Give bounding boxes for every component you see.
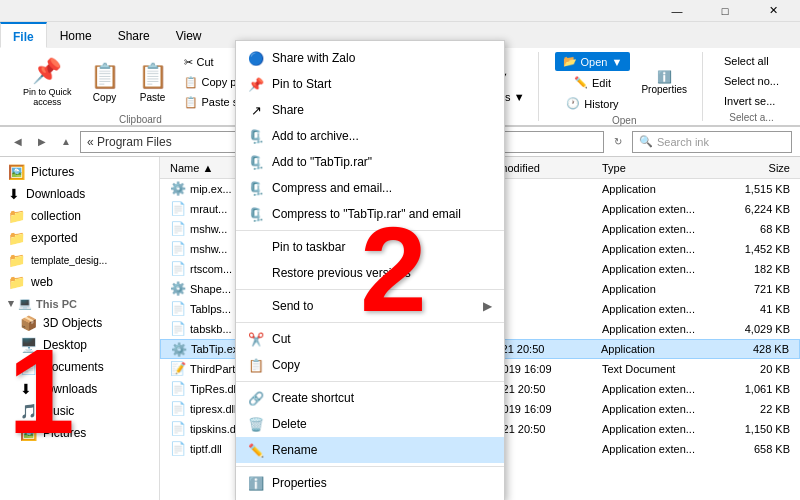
web-label: web bbox=[31, 275, 53, 289]
col-size[interactable]: Size bbox=[716, 162, 796, 174]
ctx-item-icon bbox=[248, 298, 264, 314]
file-icon: ⚙️ bbox=[170, 181, 186, 196]
refresh-button[interactable]: ↻ bbox=[608, 132, 628, 152]
ctx-item-icon: ℹ️ bbox=[248, 475, 264, 491]
pin-icon: 📌 bbox=[32, 57, 62, 85]
context-menu-item-add-to-tabtiprar[interactable]: 🗜️ Add to "TabTip.rar" bbox=[236, 149, 504, 175]
up-button[interactable]: ▲ bbox=[56, 132, 76, 152]
file-icon: ⚙️ bbox=[170, 281, 186, 296]
sidebar-item-pictures-fav[interactable]: 🖼️ Pictures bbox=[0, 161, 159, 183]
copy-button[interactable]: 📋 Copy bbox=[83, 57, 127, 108]
select-none-button[interactable]: Select no... bbox=[719, 72, 784, 90]
tab-file[interactable]: File bbox=[0, 22, 47, 48]
template-label: template_desig... bbox=[31, 255, 107, 266]
edit-button[interactable]: ✏️ Edit bbox=[569, 73, 616, 92]
ctx-item-label: Compress to "TabTip.rar" and email bbox=[272, 207, 461, 221]
sidebar-item-pictures[interactable]: 🖼️ Pictures bbox=[0, 422, 159, 444]
3d-label: 3D Objects bbox=[43, 316, 102, 330]
sidebar-item-downloads-fav[interactable]: ⬇ Downloads bbox=[0, 183, 159, 205]
sidebar-item-documents[interactable]: 📄 Documents bbox=[0, 356, 159, 378]
file-name: Shape... bbox=[190, 283, 231, 295]
file-size: 1,061 KB bbox=[716, 383, 796, 395]
paste-button[interactable]: 📋 Paste bbox=[131, 57, 175, 108]
file-size: 721 KB bbox=[716, 283, 796, 295]
maximize-button[interactable]: □ bbox=[702, 0, 748, 22]
context-menu-item-delete[interactable]: 🗑️ Delete bbox=[236, 411, 504, 437]
forward-button[interactable]: ▶ bbox=[32, 132, 52, 152]
properties-button[interactable]: ℹ️ Properties bbox=[634, 65, 694, 100]
context-menu-item-rename[interactable]: ✏️ Rename bbox=[236, 437, 504, 463]
file-size: 1,150 KB bbox=[716, 423, 796, 435]
close-button[interactable]: ✕ bbox=[750, 0, 796, 22]
open-button[interactable]: 📂 Open ▼ bbox=[555, 52, 631, 71]
history-button[interactable]: 🕐 History bbox=[561, 94, 623, 113]
context-menu-item-restore-previous-versions[interactable]: Restore previous versions bbox=[236, 260, 504, 286]
sidebar-item-music[interactable]: 🎵 Music bbox=[0, 400, 159, 422]
file-name: tiptf.dll bbox=[190, 443, 222, 455]
edit-label: Edit bbox=[592, 77, 611, 89]
context-menu-separator bbox=[236, 466, 504, 467]
context-menu-item-pin-to-taskbar[interactable]: Pin to taskbar bbox=[236, 234, 504, 260]
file-size: 68 KB bbox=[716, 223, 796, 235]
copy-path-icon: 📋 bbox=[184, 76, 198, 89]
context-menu-item-cut[interactable]: ✂️ Cut bbox=[236, 326, 504, 352]
pin-quick-access-button[interactable]: 📌 Pin to Quickaccess bbox=[16, 52, 79, 112]
context-menu-item-add-to-archive[interactable]: 🗜️ Add to archive... bbox=[236, 123, 504, 149]
search-bar[interactable]: 🔍 Search ink bbox=[632, 131, 792, 153]
paste-label: Paste bbox=[140, 92, 166, 103]
context-menu-item-share-with-zalo[interactable]: 🔵 Share with Zalo bbox=[236, 45, 504, 71]
invert-select-button[interactable]: Invert se... bbox=[719, 92, 784, 110]
3d-icon: 📦 bbox=[20, 315, 37, 331]
file-icon: 📄 bbox=[170, 401, 186, 416]
file-size: 1,515 KB bbox=[716, 183, 796, 195]
context-menu-item-create-shortcut[interactable]: 🔗 Create shortcut bbox=[236, 385, 504, 411]
sidebar: 🖼️ Pictures ⬇ Downloads 📁 collection 📁 e… bbox=[0, 157, 160, 500]
context-menu-item-copy[interactable]: 📋 Copy bbox=[236, 352, 504, 378]
downloads-fav-label: Downloads bbox=[26, 187, 85, 201]
file-size: 20 KB bbox=[716, 363, 796, 375]
file-name: mshw... bbox=[190, 243, 227, 255]
file-icon: 📄 bbox=[170, 221, 186, 236]
web-icon: 📁 bbox=[8, 274, 25, 290]
col-type[interactable]: Type bbox=[596, 162, 716, 174]
collection-label: collection bbox=[31, 209, 81, 223]
tab-home[interactable]: Home bbox=[47, 22, 105, 48]
tab-view[interactable]: View bbox=[163, 22, 215, 48]
select-all-button[interactable]: Select all bbox=[719, 52, 784, 70]
sidebar-item-downloads[interactable]: ⬇ Downloads bbox=[0, 378, 159, 400]
back-button[interactable]: ◀ bbox=[8, 132, 28, 152]
ctx-item-icon: 🔵 bbox=[248, 50, 264, 66]
ctx-item-label: Cut bbox=[272, 332, 291, 346]
sidebar-item-exported[interactable]: 📁 exported bbox=[0, 227, 159, 249]
context-menu-item-compress-and-email[interactable]: 🗜️ Compress and email... bbox=[236, 175, 504, 201]
context-menu-separator bbox=[236, 230, 504, 231]
sidebar-item-template[interactable]: 📁 template_desig... bbox=[0, 249, 159, 271]
paste-short-icon: 📋 bbox=[184, 96, 198, 109]
ctx-item-label: Properties bbox=[272, 476, 327, 490]
submenu-arrow-icon: ▶ bbox=[483, 299, 492, 313]
file-size: 658 KB bbox=[716, 443, 796, 455]
ctx-item-label: Send to bbox=[272, 299, 313, 313]
ctx-item-label: Share bbox=[272, 103, 304, 117]
ctx-item-icon: 🗜️ bbox=[248, 180, 264, 196]
context-menu: 🔵 Share with Zalo 📌 Pin to Start ↗ Share… bbox=[235, 40, 505, 500]
sidebar-item-desktop[interactable]: 🖥️ Desktop bbox=[0, 334, 159, 356]
context-menu-item-properties[interactable]: ℹ️ Properties bbox=[236, 470, 504, 496]
sidebar-item-web[interactable]: 📁 web bbox=[0, 271, 159, 293]
context-menu-item-share[interactable]: ↗ Share bbox=[236, 97, 504, 123]
this-pc-icon: 💻 bbox=[18, 297, 32, 310]
address-text: « Program Files bbox=[87, 135, 172, 149]
sidebar-item-collection[interactable]: 📁 collection bbox=[0, 205, 159, 227]
open-label: Open bbox=[581, 56, 608, 68]
context-menu-item-pin-to-start[interactable]: 📌 Pin to Start bbox=[236, 71, 504, 97]
ctx-item-icon: ↗ bbox=[248, 102, 264, 118]
context-menu-item-send-to[interactable]: Send to ▶ bbox=[236, 293, 504, 319]
this-pc-section[interactable]: ▾ 💻 This PC bbox=[0, 293, 159, 312]
file-type: Application exten... bbox=[596, 443, 716, 455]
minimize-button[interactable]: — bbox=[654, 0, 700, 22]
tab-share[interactable]: Share bbox=[105, 22, 163, 48]
sidebar-item-3d[interactable]: 📦 3D Objects bbox=[0, 312, 159, 334]
file-name: Tablps... bbox=[190, 303, 231, 315]
context-menu-item-compress-to-tabtiprar-and-email[interactable]: 🗜️ Compress to "TabTip.rar" and email bbox=[236, 201, 504, 227]
file-name: rtscom... bbox=[190, 263, 232, 275]
